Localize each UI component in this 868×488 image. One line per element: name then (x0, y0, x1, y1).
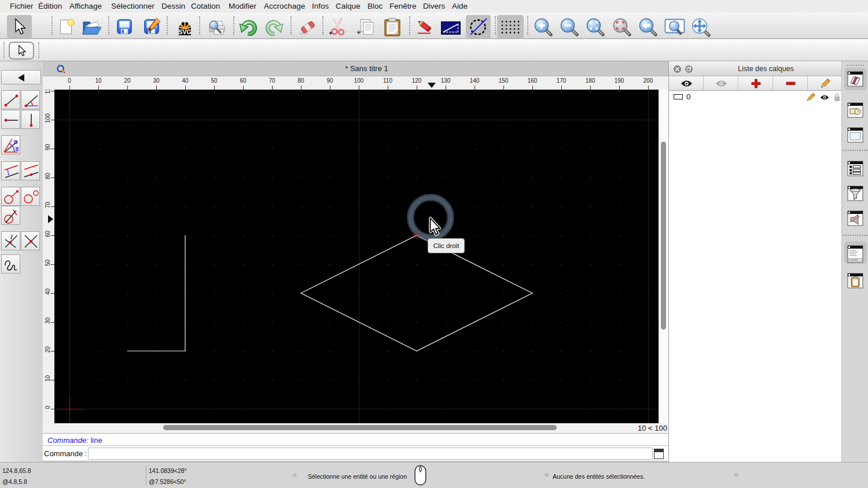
svg-text:SVG: SVG (178, 28, 191, 35)
